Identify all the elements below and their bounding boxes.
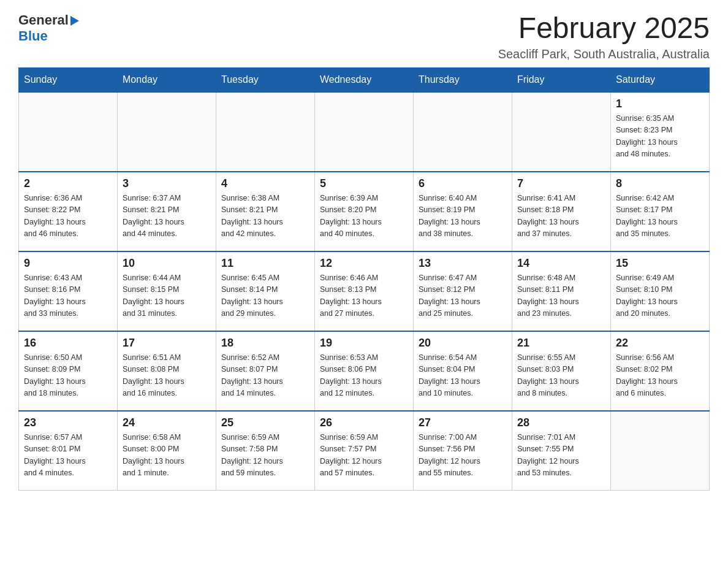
day-info: Sunrise: 6:35 AM Sunset: 8:23 PM Dayligh… [616, 113, 704, 161]
day-number: 20 [419, 337, 507, 350]
weekday-header-monday: Monday [118, 67, 216, 92]
logo-triangle-icon [70, 16, 79, 26]
day-info: Sunrise: 6:52 AM Sunset: 8:07 PM Dayligh… [221, 352, 309, 400]
day-info: Sunrise: 6:42 AM Sunset: 8:17 PM Dayligh… [616, 193, 704, 240]
day-number: 21 [517, 337, 605, 350]
calendar-cell: 19Sunrise: 6:53 AM Sunset: 8:06 PM Dayli… [315, 331, 414, 411]
day-info: Sunrise: 6:43 AM Sunset: 8:16 PM Dayligh… [24, 272, 112, 320]
calendar-cell: 11Sunrise: 6:45 AM Sunset: 8:14 PM Dayli… [216, 251, 315, 331]
day-number: 17 [123, 337, 211, 350]
day-info: Sunrise: 6:53 AM Sunset: 8:06 PM Dayligh… [320, 352, 408, 400]
day-info: Sunrise: 6:58 AM Sunset: 8:00 PM Dayligh… [123, 432, 211, 480]
day-info: Sunrise: 6:45 AM Sunset: 8:14 PM Dayligh… [221, 272, 309, 320]
day-number: 18 [221, 337, 309, 350]
day-number: 19 [320, 337, 408, 350]
weekday-header-saturday: Saturday [611, 67, 710, 92]
calendar-cell: 27Sunrise: 7:00 AM Sunset: 7:56 PM Dayli… [414, 411, 512, 491]
day-number: 5 [320, 177, 408, 190]
calendar-cell: 17Sunrise: 6:51 AM Sunset: 8:08 PM Dayli… [118, 331, 216, 411]
calendar-cell: 5Sunrise: 6:39 AM Sunset: 8:20 PM Daylig… [315, 172, 414, 251]
calendar-cell: 13Sunrise: 6:47 AM Sunset: 8:12 PM Dayli… [414, 251, 512, 331]
day-number: 27 [419, 416, 507, 429]
day-number: 4 [221, 177, 309, 190]
calendar-cell [414, 92, 512, 172]
day-number: 2 [24, 177, 112, 190]
day-info: Sunrise: 6:51 AM Sunset: 8:08 PM Dayligh… [123, 352, 211, 400]
calendar-cell: 1Sunrise: 6:35 AM Sunset: 8:23 PM Daylig… [611, 92, 710, 172]
day-number: 3 [123, 177, 211, 190]
day-info: Sunrise: 6:38 AM Sunset: 8:21 PM Dayligh… [221, 193, 309, 240]
day-info: Sunrise: 6:41 AM Sunset: 8:18 PM Dayligh… [517, 193, 605, 240]
day-info: Sunrise: 6:39 AM Sunset: 8:20 PM Dayligh… [320, 193, 408, 240]
month-title: February 2025 [498, 12, 710, 45]
day-info: Sunrise: 6:37 AM Sunset: 8:21 PM Dayligh… [123, 193, 211, 240]
calendar-cell: 22Sunrise: 6:56 AM Sunset: 8:02 PM Dayli… [611, 331, 710, 411]
day-info: Sunrise: 6:40 AM Sunset: 8:19 PM Dayligh… [419, 193, 507, 240]
day-number: 26 [320, 416, 408, 429]
day-number: 1 [616, 98, 704, 110]
day-number: 7 [517, 177, 605, 190]
day-number: 24 [123, 416, 211, 429]
logo-general-text: General [18, 12, 69, 28]
day-info: Sunrise: 6:50 AM Sunset: 8:09 PM Dayligh… [24, 352, 112, 400]
calendar-cell: 28Sunrise: 7:01 AM Sunset: 7:55 PM Dayli… [512, 411, 611, 491]
day-number: 25 [221, 416, 309, 429]
calendar-cell: 14Sunrise: 6:48 AM Sunset: 8:11 PM Dayli… [512, 251, 611, 331]
calendar-cell [216, 92, 315, 172]
day-info: Sunrise: 6:47 AM Sunset: 8:12 PM Dayligh… [419, 272, 507, 320]
day-number: 6 [419, 177, 507, 190]
calendar-week-row: 1Sunrise: 6:35 AM Sunset: 8:23 PM Daylig… [19, 92, 710, 172]
calendar-cell: 18Sunrise: 6:52 AM Sunset: 8:07 PM Dayli… [216, 331, 315, 411]
day-number: 10 [123, 257, 211, 270]
day-info: Sunrise: 6:54 AM Sunset: 8:04 PM Dayligh… [419, 352, 507, 400]
calendar-cell: 20Sunrise: 6:54 AM Sunset: 8:04 PM Dayli… [414, 331, 512, 411]
calendar-cell: 10Sunrise: 6:44 AM Sunset: 8:15 PM Dayli… [118, 251, 216, 331]
day-number: 15 [616, 257, 704, 270]
calendar-cell: 2Sunrise: 6:36 AM Sunset: 8:22 PM Daylig… [19, 172, 118, 251]
location-title: Seacliff Park, South Australia, Australi… [498, 47, 710, 61]
day-number: 14 [517, 257, 605, 270]
calendar-cell: 16Sunrise: 6:50 AM Sunset: 8:09 PM Dayli… [19, 331, 118, 411]
calendar-cell [19, 92, 118, 172]
calendar-cell: 4Sunrise: 6:38 AM Sunset: 8:21 PM Daylig… [216, 172, 315, 251]
calendar-cell: 12Sunrise: 6:46 AM Sunset: 8:13 PM Dayli… [315, 251, 414, 331]
calendar-cell: 8Sunrise: 6:42 AM Sunset: 8:17 PM Daylig… [611, 172, 710, 251]
calendar-cell: 25Sunrise: 6:59 AM Sunset: 7:58 PM Dayli… [216, 411, 315, 491]
logo: General Blue [18, 12, 79, 44]
day-info: Sunrise: 6:57 AM Sunset: 8:01 PM Dayligh… [24, 432, 112, 480]
day-info: Sunrise: 6:49 AM Sunset: 8:10 PM Dayligh… [616, 272, 704, 320]
weekday-header-tuesday: Tuesday [216, 67, 315, 92]
calendar-week-row: 2Sunrise: 6:36 AM Sunset: 8:22 PM Daylig… [19, 172, 710, 251]
day-number: 8 [616, 177, 704, 190]
calendar-cell: 23Sunrise: 6:57 AM Sunset: 8:01 PM Dayli… [19, 411, 118, 491]
page-header: General Blue February 2025 Seacliff Park… [18, 12, 710, 61]
day-info: Sunrise: 7:00 AM Sunset: 7:56 PM Dayligh… [419, 432, 507, 480]
day-info: Sunrise: 6:48 AM Sunset: 8:11 PM Dayligh… [517, 272, 605, 320]
calendar-cell [315, 92, 414, 172]
title-block: February 2025 Seacliff Park, South Austr… [498, 12, 710, 61]
day-number: 22 [616, 337, 704, 350]
logo-blue-text: Blue [18, 28, 48, 44]
day-info: Sunrise: 7:01 AM Sunset: 7:55 PM Dayligh… [517, 432, 605, 480]
calendar-cell: 7Sunrise: 6:41 AM Sunset: 8:18 PM Daylig… [512, 172, 611, 251]
day-number: 9 [24, 257, 112, 270]
calendar-cell: 15Sunrise: 6:49 AM Sunset: 8:10 PM Dayli… [611, 251, 710, 331]
calendar-week-row: 23Sunrise: 6:57 AM Sunset: 8:01 PM Dayli… [19, 411, 710, 491]
calendar-cell: 26Sunrise: 6:59 AM Sunset: 7:57 PM Dayli… [315, 411, 414, 491]
day-number: 16 [24, 337, 112, 350]
calendar-week-row: 16Sunrise: 6:50 AM Sunset: 8:09 PM Dayli… [19, 331, 710, 411]
calendar-cell [611, 411, 710, 491]
day-number: 11 [221, 257, 309, 270]
day-number: 28 [517, 416, 605, 429]
calendar-header-row: SundayMondayTuesdayWednesdayThursdayFrid… [19, 67, 710, 92]
calendar-week-row: 9Sunrise: 6:43 AM Sunset: 8:16 PM Daylig… [19, 251, 710, 331]
day-info: Sunrise: 6:46 AM Sunset: 8:13 PM Dayligh… [320, 272, 408, 320]
day-number: 23 [24, 416, 112, 429]
day-info: Sunrise: 6:59 AM Sunset: 7:57 PM Dayligh… [320, 432, 408, 480]
calendar-cell: 21Sunrise: 6:55 AM Sunset: 8:03 PM Dayli… [512, 331, 611, 411]
day-info: Sunrise: 6:56 AM Sunset: 8:02 PM Dayligh… [616, 352, 704, 400]
calendar-cell [512, 92, 611, 172]
day-info: Sunrise: 6:55 AM Sunset: 8:03 PM Dayligh… [517, 352, 605, 400]
weekday-header-wednesday: Wednesday [315, 67, 414, 92]
day-number: 13 [419, 257, 507, 270]
